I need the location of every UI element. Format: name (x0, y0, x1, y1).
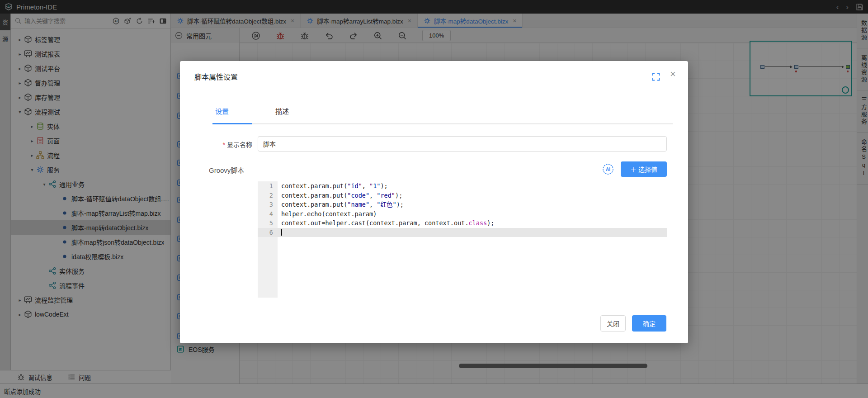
close-icon[interactable]: × (670, 69, 676, 79)
select-value-button[interactable]: ＋ 选择值 (621, 161, 667, 177)
dialog-close-button[interactable]: 关闭 (600, 315, 626, 332)
ai-assistant-icon[interactable]: AI (602, 163, 614, 175)
display-name-label: *显示名称 (198, 140, 252, 149)
line-number: 1 (258, 181, 278, 191)
required-asterisk: * (223, 141, 225, 148)
code-text: context.out=helper.cast(context.param, c… (278, 218, 494, 228)
text-cursor (281, 229, 282, 236)
code-line[interactable]: 3context.param.put("name", "红色"); (258, 200, 667, 209)
code-text: context.param.put("id", "1"); (278, 181, 388, 191)
groovy-code-editor[interactable]: 1context.param.put("id", "1");2context.p… (258, 181, 667, 298)
code-line[interactable]: 2context.param.put("code", "red"); (258, 191, 667, 200)
dialog-tab-description[interactable]: 描述 (274, 106, 290, 116)
code-line[interactable]: 5context.out=helper.cast(context.param, … (258, 218, 667, 228)
fullscreen-icon[interactable] (652, 73, 660, 81)
code-text (278, 228, 282, 237)
dialog-ok-button[interactable]: 确定 (632, 315, 666, 332)
tab-rail (214, 123, 673, 124)
line-number: 5 (258, 218, 278, 228)
line-number: 4 (258, 209, 278, 219)
dialog-title: 脚本属性设置 (194, 71, 238, 82)
display-name-input[interactable] (258, 136, 667, 152)
app-window: Primeton-IDE ‹ › 资 源 AI ▸标签管理▸测试报表▸测试平台▸… (0, 0, 868, 398)
script-properties-dialog: 脚本属性设置 × 设置描述 *显示名称 Groovy脚本 AI ＋ 选择值 1c… (180, 61, 688, 343)
tab-active-indicator (212, 123, 252, 124)
code-line[interactable]: 1context.param.put("id", "1"); (258, 181, 667, 191)
groovy-script-label: Groovy脚本 (209, 165, 244, 175)
code-line[interactable]: 6 (258, 228, 667, 237)
code-line[interactable]: 4helper.echo(context.param) (258, 209, 667, 219)
code-text: context.param.put("name", "红色"); (278, 200, 404, 209)
svg-text:AI: AI (606, 167, 610, 172)
line-number: 3 (258, 200, 278, 209)
dialog-tab-settings[interactable]: 设置 (214, 106, 230, 116)
code-text: helper.echo(context.param) (278, 209, 377, 219)
line-number: 2 (258, 191, 278, 200)
code-text: context.param.put("code", "red"); (278, 191, 402, 200)
dialog-tabs: 设置描述 (214, 106, 334, 116)
line-number: 6 (258, 228, 278, 237)
